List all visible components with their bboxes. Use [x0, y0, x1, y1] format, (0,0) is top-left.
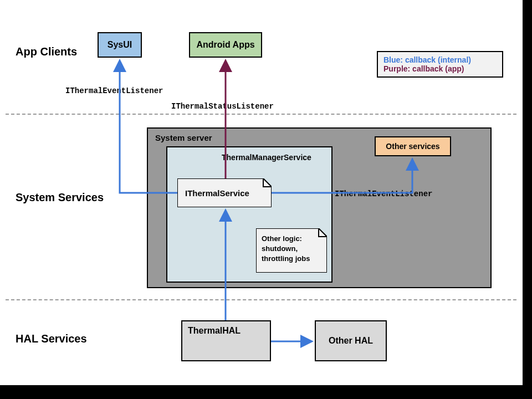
box-android-apps-label: Android Apps [196, 40, 254, 50]
box-ithermal-service: IThermalService [177, 178, 272, 207]
label-ithermal-status-listener: IThermalStatusListener [171, 102, 274, 111]
label-other-hal: Other HAL [329, 336, 373, 346]
box-other-services: Other services [375, 136, 451, 156]
divider-1 [6, 114, 516, 115]
box-other-logic: Other logic: shutdown, throttling jobs [256, 228, 327, 273]
box-other-hal: Other HAL [315, 320, 387, 361]
diagram-canvas: App Clients System Services HAL Services… [0, 0, 523, 385]
box-thermal-hal: ThermalHAL [181, 320, 271, 361]
label-thermal-manager-service: ThermalManagerService [222, 153, 311, 162]
box-sysui: SysUI [98, 32, 142, 58]
legend-purple: Purple: callback (app) [383, 64, 497, 73]
label-thermal-hal: ThermalHAL [188, 326, 241, 336]
section-label-system-services: System Services [16, 191, 104, 204]
label-ithermal-event-listener-right: IThermalEventListener [335, 190, 432, 198]
label-other-logic-l2: shutdown, [262, 244, 310, 254]
label-system-server: System server [155, 133, 212, 142]
legend-box: Blue: callback (internal) Purple: callba… [377, 51, 503, 78]
section-label-hal-services: HAL Services [16, 332, 87, 345]
label-other-logic-l3: throttling jobs [262, 254, 310, 264]
box-android-apps: Android Apps [189, 32, 262, 58]
divider-2 [6, 299, 516, 300]
label-other-services: Other services [386, 142, 439, 151]
legend-blue: Blue: callback (internal) [383, 55, 497, 64]
section-label-app-clients: App Clients [16, 45, 77, 58]
label-other-logic-l1: Other logic: [262, 234, 310, 244]
label-ithermal-service: IThermalService [185, 188, 249, 198]
box-sysui-label: SysUI [108, 40, 132, 50]
label-ithermal-event-listener-left: IThermalEventListener [65, 86, 163, 95]
